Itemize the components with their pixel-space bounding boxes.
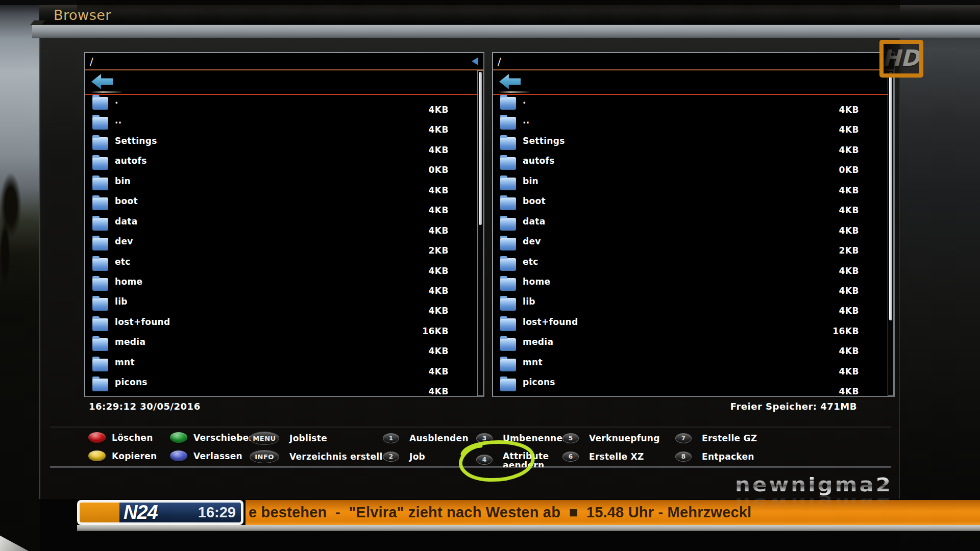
key-2-icon[interactable]: 2 [383, 452, 399, 462]
file-row[interactable]: picons4KB [493, 377, 887, 396]
window-chrome-band [32, 24, 980, 38]
file-row[interactable]: .4KB [85, 95, 476, 115]
file-row[interactable]: lib4KB [85, 296, 476, 316]
page-left-arrow-icon[interactable] [472, 57, 478, 65]
key-4-icon[interactable]: 4 [476, 455, 493, 465]
file-row[interactable]: home4KB [493, 276, 887, 296]
key-2-action[interactable]: 2Job [383, 452, 425, 462]
key-info-icon[interactable]: INFO [250, 450, 279, 463]
file-name: dev [115, 236, 133, 246]
file-size: 4KB [839, 185, 859, 195]
file-row[interactable]: ..4KB [493, 115, 887, 135]
parent-directory-row[interactable] [85, 70, 483, 95]
yellow-button[interactable]: Kopieren [88, 450, 157, 461]
folder-icon [500, 97, 516, 110]
file-size: 4KB [839, 386, 859, 396]
scrollbar[interactable] [477, 70, 483, 396]
legend-label: Kopieren [112, 451, 157, 461]
legend-label: Löschen [112, 433, 153, 443]
file-name: data [115, 216, 137, 227]
go-back-arrow-icon [91, 74, 113, 89]
file-name: boot [115, 196, 138, 206]
key-info-action[interactable]: INFOVerzeichnis erstellen [250, 450, 395, 463]
file-row[interactable]: home4KB [85, 276, 476, 296]
file-list: .4KB..4KBSettings4KBautofs0KBbin4KBboot4… [493, 95, 887, 396]
file-row[interactable]: media4KB [85, 336, 476, 356]
file-row[interactable]: picons4KB [85, 377, 476, 396]
file-row[interactable]: autofs0KB [85, 155, 476, 175]
scrollbar[interactable] [888, 70, 894, 396]
file-row[interactable]: lost+found16KB [493, 316, 887, 336]
file-row[interactable]: data4KB [493, 216, 887, 236]
key-1-icon[interactable]: 1 [383, 433, 399, 443]
key-3-action[interactable]: 3Umbenennen [476, 433, 569, 443]
legend-label: Umbenennen [503, 433, 569, 443]
parent-directory-row[interactable] [493, 70, 894, 95]
key-6-action[interactable]: 6Erstelle XZ [562, 452, 644, 462]
hd-badge-shadow [884, 44, 905, 73]
folder-icon [500, 278, 516, 291]
file-row[interactable]: Settings4KB [85, 135, 476, 155]
file-row[interactable]: .4KB [493, 95, 887, 115]
key-7-action[interactable]: 7Erstelle GZ [675, 433, 757, 443]
file-size: 4KB [839, 124, 859, 135]
file-row[interactable]: Settings4KB [493, 135, 887, 155]
green-button-icon[interactable] [170, 432, 187, 443]
folder-icon [92, 379, 108, 391]
yellow-button-icon[interactable] [88, 450, 106, 461]
file-row[interactable]: autofs0KB [493, 155, 887, 175]
file-row[interactable]: bin4KB [493, 176, 887, 195]
key-1-action[interactable]: 1Ausblenden [383, 433, 469, 443]
key-4-action[interactable]: 4Attribute aendern [476, 452, 560, 467]
folder-icon [92, 278, 108, 291]
green-button[interactable]: Verschieben [170, 432, 255, 443]
file-row[interactable]: boot4KB [493, 195, 887, 215]
key-5-action[interactable]: 5Verknuepfung [562, 433, 660, 443]
file-name: bin [523, 176, 538, 186]
channel-capsule: N24 16:29 [77, 500, 243, 525]
scrollbar-thumb[interactable] [479, 72, 482, 225]
selection-highlight [90, 91, 122, 93]
file-row[interactable]: boot4KB [85, 195, 476, 215]
key-8-action[interactable]: 8Entpacken [675, 452, 754, 462]
folder-icon [92, 97, 108, 110]
file-name: media [523, 337, 553, 347]
file-row[interactable]: dev2KB [493, 236, 887, 256]
key-3-icon[interactable]: 3 [476, 433, 493, 443]
file-name: autofs [115, 156, 147, 166]
file-row[interactable]: bin4KB [85, 176, 476, 195]
file-row[interactable]: ..4KB [85, 115, 476, 135]
file-row[interactable]: lost+found16KB [85, 316, 476, 336]
key-5-icon[interactable]: 5 [562, 433, 579, 443]
file-row[interactable]: etc4KB [493, 256, 887, 276]
key-6-icon[interactable]: 6 [562, 452, 579, 462]
red-button[interactable]: Löschen [88, 432, 153, 443]
legend-label: Verlassen [193, 451, 242, 461]
folder-icon [500, 178, 516, 190]
tv-tree-silhouette [0, 219, 34, 296]
blue-button[interactable]: Verlassen [170, 450, 242, 461]
go-back-arrow-icon [499, 74, 521, 89]
file-size: 4KB [839, 366, 859, 377]
key-8-icon[interactable]: 8 [675, 452, 692, 462]
file-name: lib [523, 296, 535, 307]
folder-icon [92, 359, 108, 371]
key-menu-action[interactable]: MENUJobliste [250, 432, 327, 445]
folder-icon [500, 117, 516, 130]
file-name: lib [115, 296, 128, 307]
legend-label: Erstelle GZ [702, 433, 757, 443]
file-row[interactable]: etc4KB [85, 256, 476, 276]
scrollbar-thumb[interactable] [889, 72, 892, 320]
key-7-icon[interactable]: 7 [675, 433, 692, 443]
file-row[interactable]: dev2KB [85, 236, 476, 256]
key-menu-icon[interactable]: MENU [250, 432, 279, 445]
file-name: media [115, 337, 145, 347]
blue-button-icon[interactable] [170, 450, 187, 461]
skin-logo-text: newnigma2 [689, 474, 893, 496]
file-row[interactable]: mnt4KB [85, 357, 476, 377]
file-row[interactable]: lib4KB [493, 296, 887, 316]
file-row[interactable]: media4KB [493, 336, 887, 356]
red-button-icon[interactable] [88, 432, 106, 443]
file-row[interactable]: data4KB [85, 216, 476, 236]
file-row[interactable]: mnt4KB [493, 357, 887, 377]
